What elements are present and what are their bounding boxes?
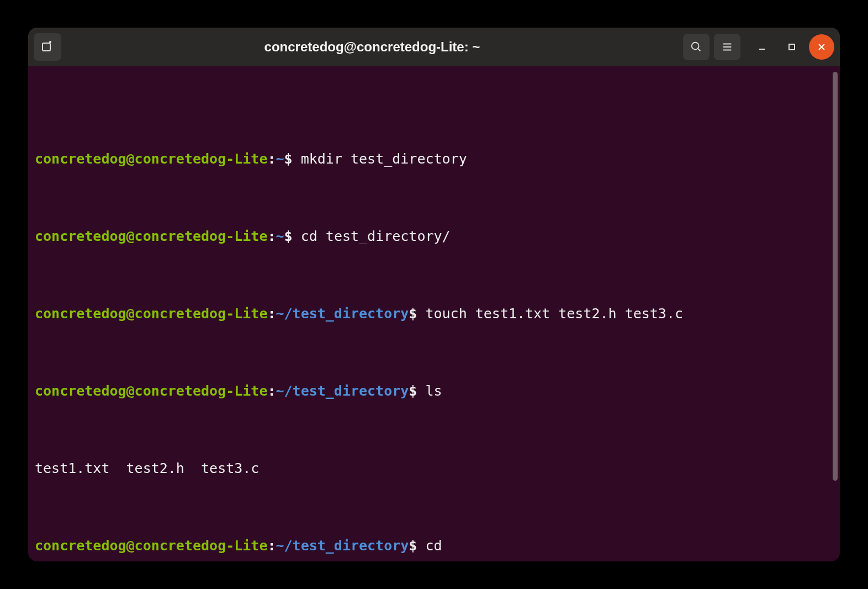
terminal-window: concretedog@concretedog-Lite: ~: [28, 28, 840, 561]
prompt-dollar: $: [409, 538, 425, 554]
minimize-button[interactable]: [749, 34, 775, 60]
scrollbar[interactable]: [833, 72, 838, 481]
prompt-dollar: $: [409, 383, 425, 399]
prompt-userhost: concretedog@concretedog-Lite: [35, 151, 267, 167]
prompt-userhost: concretedog@concretedog-Lite: [35, 228, 267, 244]
prompt-line: concretedog@concretedog-Lite:~$ mkdir te…: [35, 149, 833, 169]
prompt-sep: :: [267, 228, 276, 244]
close-icon: [818, 43, 825, 51]
terminal-content[interactable]: concretedog@concretedog-Lite:~$ mkdir te…: [28, 66, 840, 561]
prompt-path: ~/test_directory: [276, 383, 409, 399]
new-tab-button[interactable]: [34, 33, 61, 61]
search-button[interactable]: [683, 34, 710, 60]
output-ls-testdir: test1.txt test2.h test3.c: [35, 459, 833, 478]
svg-rect-9: [789, 44, 795, 50]
prompt-userhost: concretedog@concretedog-Lite: [35, 538, 267, 554]
svg-line-4: [698, 48, 701, 51]
prompt-sep: :: [267, 151, 276, 167]
prompt-path: ~/test_directory: [276, 538, 409, 554]
prompt-line: concretedog@concretedog-Lite:~/test_dire…: [35, 381, 833, 401]
prompt-userhost: concretedog@concretedog-Lite: [35, 383, 267, 399]
prompt-dollar: $: [409, 306, 425, 322]
window-controls: [749, 34, 834, 60]
close-button[interactable]: [809, 34, 834, 60]
prompt-path: ~: [276, 151, 284, 167]
cmd-mkdir: mkdir test_directory: [301, 151, 467, 167]
prompt-path: ~/test_directory: [276, 306, 409, 322]
prompt-sep: :: [267, 306, 276, 322]
cmd-cd-testdir: cd test_directory/: [301, 228, 451, 244]
prompt-sep: :: [267, 538, 276, 554]
cmd-cd-home: cd: [425, 538, 442, 554]
prompt-dollar: $: [284, 228, 301, 244]
hamburger-icon: [721, 41, 733, 53]
new-tab-icon: [41, 40, 54, 54]
prompt-sep: :: [267, 383, 276, 399]
maximize-button[interactable]: [779, 34, 805, 60]
prompt-path: ~: [276, 228, 284, 244]
titlebar: concretedog@concretedog-Lite: ~: [28, 28, 840, 66]
maximize-icon: [788, 43, 796, 51]
svg-point-3: [692, 42, 699, 49]
prompt-userhost: concretedog@concretedog-Lite: [35, 306, 267, 322]
search-icon: [690, 41, 702, 53]
menu-button[interactable]: [714, 34, 740, 60]
cmd-ls1: ls: [425, 383, 442, 399]
cmd-touch: touch test1.txt test2.h test3.c: [425, 306, 683, 322]
prompt-line: concretedog@concretedog-Lite:~$ cd test_…: [35, 227, 833, 246]
svg-rect-0: [43, 43, 50, 51]
minimize-icon: [758, 43, 766, 51]
window-title: concretedog@concretedog-Lite: ~: [66, 39, 679, 55]
prompt-line: concretedog@concretedog-Lite:~/test_dire…: [35, 536, 833, 555]
prompt-line: concretedog@concretedog-Lite:~/test_dire…: [35, 304, 833, 323]
prompt-dollar: $: [284, 151, 301, 167]
